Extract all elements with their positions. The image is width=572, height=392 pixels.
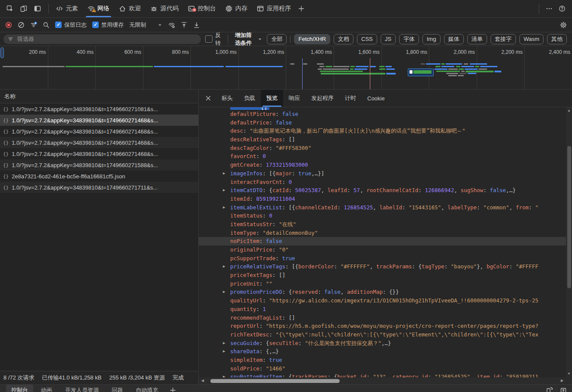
json-property-row[interactable]: recommendTagList: [] — [199, 314, 566, 322]
export-har-button[interactable] — [193, 22, 200, 28]
details-tab-发起程序[interactable]: 发起程序 — [306, 90, 339, 107]
json-property-row[interactable]: defaultPrice: false — [199, 118, 566, 127]
json-property-row[interactable]: ▶itemCatDTO: {catId: 50025387, leafId: 5… — [199, 186, 566, 195]
filter-chip-css[interactable]: CSS — [357, 34, 377, 44]
json-property-row[interactable]: pcSupportTrade: true — [199, 254, 566, 263]
expand-arrow-icon[interactable]: ▶ — [223, 339, 225, 348]
tab-welcome[interactable]: 欢迎 — [114, 0, 146, 17]
settings-gear-icon[interactable] — [560, 22, 567, 28]
json-property-row[interactable]: interactFavorCnt: 0 — [199, 178, 566, 187]
expand-arrow-icon[interactable]: ▶ — [223, 203, 225, 212]
tab-network[interactable]: 网络 — [83, 0, 114, 17]
disable-cache-checkbox[interactable]: ✓ 禁用缓存 — [92, 21, 124, 29]
json-property-row[interactable]: descRelativeTags: [] — [199, 135, 566, 144]
filter-chip--[interactable]: 媒体 — [444, 34, 464, 44]
json-property-row[interactable]: desc: "出曲面屏笔记本电脑，新出厂的曲面屏[火][火]\n感兴趣的话点“我… — [199, 127, 566, 135]
json-property-row[interactable]: priceUnit: "" — [199, 280, 566, 288]
tab-memory[interactable]: 内存 — [221, 0, 252, 17]
json-property-row[interactable]: reportUrl: "https://h5.m.goofish.com/wow… — [199, 322, 566, 330]
scroll-down-icon[interactable]: ▼ — [566, 371, 572, 376]
details-tab-标头[interactable]: 标头 — [216, 90, 238, 107]
filter-input[interactable] — [16, 35, 197, 43]
details-tab-响应[interactable]: 响应 — [283, 90, 306, 107]
json-property-row[interactable]: defaultPicture: false — [199, 110, 566, 118]
json-property-row[interactable]: itemType: "detailCommonBuy" — [199, 229, 566, 237]
record-button[interactable] — [5, 22, 12, 28]
scroll-up-icon[interactable]: ▲ — [566, 108, 572, 113]
more-filters-dropdown[interactable]: 增加筛选条件 — [235, 31, 263, 47]
json-property-row[interactable]: ▶spuBottomBarItem: {trackParams: {bucket… — [199, 373, 566, 377]
json-property-row[interactable]: itemStatus: 0 — [199, 212, 566, 220]
help-button[interactable] — [556, 3, 568, 14]
json-property-row[interactable]: ▶secuGuide: {secuTitle: "什么是闲鱼支付宝担保交易？",… — [199, 339, 566, 348]
scroll-right-icon[interactable]: ▶ — [559, 377, 565, 384]
drawer-tab-问题[interactable]: 问题 — [106, 385, 128, 392]
preserve-log-checkbox[interactable]: ✓ 保留日志 — [55, 21, 87, 29]
json-property-row[interactable]: ▶imageInfos: [{major: true,…}] — [199, 169, 566, 178]
filter-chip-fetch-xhr[interactable]: Fetch/XHR — [294, 34, 330, 44]
filter-chip--[interactable]: 清单 — [467, 34, 487, 44]
details-tab-cookie[interactable]: Cookie — [362, 90, 390, 107]
import-har-button[interactable] — [181, 22, 188, 28]
tab-sources[interactable]: 源代码 — [146, 0, 183, 17]
json-property-row[interactable]: qualityUrl: "https://gw.alicdn.com/imgex… — [199, 296, 566, 305]
overview-window-handle[interactable] — [0, 47, 4, 58]
horizontal-scroll-thumb[interactable] — [210, 379, 340, 383]
json-property-row[interactable]: ▶promotionPriceDO: {reserved: false, add… — [199, 288, 566, 296]
drawer-tab-动画[interactable]: 动画 — [36, 385, 57, 392]
details-tab-预览[interactable]: 预览 — [261, 90, 283, 107]
search-button[interactable] — [43, 22, 50, 28]
json-property-row[interactable]: favorCnt: 0 — [199, 152, 566, 161]
json-property-row[interactable]: priceTextTags: [] — [199, 271, 566, 280]
close-details-button[interactable] — [200, 95, 216, 102]
filter-chip--[interactable]: 文档 — [334, 34, 353, 44]
json-property-row[interactable]: ▶shareData: {,…} — [199, 347, 566, 356]
drawer-tab-自动填充[interactable]: 自动填充 — [131, 385, 163, 392]
invert-checkbox[interactable]: 反转 — [205, 31, 221, 47]
device-toolbar-button[interactable] — [18, 3, 29, 14]
request-row[interactable]: {}1.0/?jsv=2.7.2&appKey=34839810&t=17496… — [0, 115, 198, 126]
dock-side-button[interactable] — [32, 3, 43, 14]
request-row[interactable]: {}1.0/?jsv=2.7.2&appKey=34839810&t=17496… — [0, 126, 198, 137]
tab-elements[interactable]: 元素 — [51, 0, 83, 17]
filter-chip-js[interactable]: JS — [381, 34, 396, 44]
expand-arrow-icon[interactable]: ▶ — [223, 347, 225, 356]
filter-toggle-button[interactable] — [30, 22, 37, 28]
json-property-row[interactable]: ▶itemLabelExtList: [{channelCateId: 1268… — [199, 203, 566, 212]
json-property-row[interactable]: ▶priceRelativeTags: [{borderColor: "#FFF… — [199, 262, 566, 271]
request-row[interactable]: {}1.0/?jsv=2.7.2&appKey=34839810&t=17496… — [0, 137, 198, 148]
filter-chip--[interactable]: 字体 — [399, 34, 419, 44]
expand-arrow-icon[interactable]: ▶ — [223, 262, 225, 271]
json-property-row[interactable]: itemId: 859199211604 — [199, 195, 566, 203]
popout-icon[interactable] — [560, 386, 567, 392]
drawer-more-tabs-button[interactable] — [166, 385, 180, 392]
vertical-scroll-thumb[interactable] — [567, 146, 571, 288]
device-rotate-icon[interactable] — [546, 386, 553, 392]
network-overview-timeline[interactable]: 200 ms400 ms600 ms800 ms1,000 ms1,200 ms… — [0, 46, 572, 90]
json-property-row[interactable]: originalPrice: "0" — [199, 246, 566, 254]
details-tab-负载[interactable]: 负载 — [238, 90, 261, 107]
json-property-row[interactable]: soldPrice: "1466" — [199, 364, 566, 373]
filter-chip--[interactable]: 全部 — [267, 34, 287, 44]
filter-chip--[interactable]: 其他 — [547, 34, 567, 44]
expand-arrow-icon[interactable]: ▶ — [223, 186, 225, 195]
request-row[interactable]: {}1.0/?jsv=2.7.2&appKey=34839810&t=17496… — [0, 103, 198, 115]
request-row[interactable]: {}1.0/?jsv=2.7.2&appKey=34839810&t=17496… — [0, 182, 198, 193]
name-column-header[interactable]: 名称 — [0, 90, 198, 103]
vertical-scrollbar[interactable]: ▲ ▼ — [566, 107, 572, 377]
horizontal-scrollbar[interactable]: ◀ ▶ — [199, 377, 566, 384]
throttling-select[interactable]: 无限制 — [129, 21, 163, 29]
drawer-tab-开发人员资源[interactable]: 开发人员资源 — [60, 385, 104, 392]
request-row[interactable]: {}1.0/?jsv=2.7.2&appKey=34839810&t=17496… — [0, 148, 198, 159]
filter-chip--[interactable]: 套接字 — [491, 34, 516, 44]
json-property-row[interactable]: gmtCreate: 1733215983000 — [199, 161, 566, 169]
expand-arrow-icon[interactable]: ▶ — [223, 288, 225, 296]
request-row[interactable]: {}1.0/?jsv=2.7.2&appKey=34839810&t=17496… — [0, 159, 198, 171]
expand-arrow-icon[interactable]: ▶ — [223, 169, 225, 178]
json-property-row[interactable]: noPicItem: false — [199, 237, 566, 246]
json-property-row[interactable]: simpleItem: true — [199, 356, 566, 364]
scroll-left-icon[interactable]: ◀ — [200, 377, 205, 384]
request-row[interactable]: {}2e8a7321-6cd2-461e-bc5e-ff6a16681cf5.j… — [0, 171, 198, 182]
tab-console[interactable]: 控制台 — [183, 0, 221, 17]
drawer-tab-控制台[interactable]: 控制台 — [6, 385, 33, 392]
